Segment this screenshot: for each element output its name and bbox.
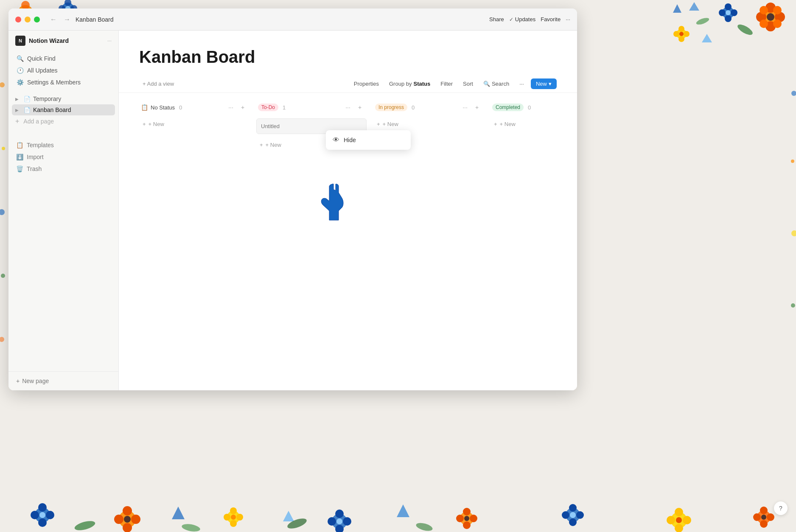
expand-icon-kanban: ▶: [15, 108, 21, 112]
no-status-add-button[interactable]: +: [238, 102, 248, 112]
sidebar-item-kanban-board[interactable]: ▶ 📄 Kanban Board: [12, 104, 115, 115]
in-progress-actions: ··· +: [460, 102, 482, 112]
expand-icon-temporary: ▶: [15, 97, 21, 101]
svg-point-55: [679, 32, 684, 36]
plus-icon-todo: +: [260, 142, 263, 148]
svg-point-69: [38, 518, 47, 527]
sidebar-item-all-updates[interactable]: 🕐 All Updates: [12, 64, 115, 76]
svg-point-63: [791, 91, 796, 96]
svg-point-95: [181, 523, 201, 532]
in-progress-more-button[interactable]: ···: [460, 102, 470, 112]
check-icon: ✓: [509, 17, 513, 22]
svg-point-111: [675, 508, 683, 516]
floral-right: [783, 42, 796, 424]
svg-point-99: [463, 508, 471, 515]
svg-point-37: [773, 6, 782, 14]
forward-button[interactable]: →: [62, 14, 72, 25]
column-header-no-status: 📋 No Status 0 ··· +: [139, 100, 249, 115]
new-page-button[interactable]: + New page: [12, 375, 115, 387]
svg-point-60: [0, 209, 5, 215]
plus-icon-new-page: +: [16, 378, 20, 384]
favorite-button[interactable]: Favorite: [541, 16, 561, 22]
sidebar-item-templates[interactable]: 📋 Templates: [12, 139, 115, 151]
svg-point-117: [760, 507, 768, 514]
sidebar-item-import[interactable]: ⬇️ Import: [12, 151, 115, 163]
plus-icon-completed: +: [494, 121, 497, 127]
sidebar-item-quick-find[interactable]: 🔍 Quick Find: [12, 53, 115, 64]
toolbar-left: + Add a view: [139, 79, 177, 89]
more-options-button[interactable]: ···: [566, 16, 570, 22]
svg-marker-92: [283, 511, 294, 521]
minimize-button[interactable]: [25, 17, 31, 22]
completed-new-button[interactable]: + + New: [490, 118, 577, 130]
import-label: Import: [27, 154, 44, 160]
in-progress-new-button[interactable]: + + New: [373, 118, 484, 130]
sidebar-item-temporary[interactable]: ▶ 📄 Temporary: [12, 93, 115, 104]
app-window: ← → Kanban Board Share ✓ Updates Favorit…: [8, 8, 577, 390]
page-icon-kanban: 📄: [24, 107, 31, 113]
kanban-column-completed: Completed 0 ··· + + + New: [490, 100, 577, 384]
svg-point-54: [684, 31, 689, 37]
filter-button[interactable]: Filter: [437, 79, 456, 89]
more-toolbar-button[interactable]: ···: [516, 79, 527, 89]
svg-point-59: [2, 147, 5, 150]
search-button[interactable]: 🔍 Search: [480, 79, 513, 89]
svg-point-38: [760, 20, 768, 28]
add-page-button[interactable]: + Add a page: [12, 115, 115, 127]
sidebar-item-trash[interactable]: 🗑️ Trash: [12, 163, 115, 175]
svg-point-105: [569, 504, 577, 512]
add-view-button[interactable]: + Add a view: [139, 79, 177, 89]
plus-icon-in-progress: +: [377, 121, 380, 127]
svg-marker-47: [673, 4, 681, 13]
floral-top-right: [652, 0, 796, 51]
new-button[interactable]: New ▾: [531, 78, 557, 89]
all-updates-label: All Updates: [27, 67, 58, 74]
no-status-icon: 📋: [141, 104, 148, 111]
add-page-label: Add a page: [23, 118, 54, 125]
workspace-icon: N: [15, 36, 25, 46]
todo-more-button[interactable]: ···: [343, 102, 353, 112]
context-menu-hide[interactable]: 👁 Hide: [328, 133, 408, 147]
svg-point-81: [230, 520, 237, 527]
workspace-header[interactable]: N Notion Wizard ···: [8, 31, 118, 51]
kanban-board-label: Kanban Board: [33, 106, 71, 113]
group-by-value: Status: [413, 81, 430, 87]
sort-button[interactable]: Sort: [460, 79, 476, 89]
app-body: N Notion Wizard ··· 🔍 Quick Find 🕐 All U…: [8, 31, 577, 390]
column-header-completed: Completed 0 ··· +: [490, 100, 577, 115]
todo-add-button[interactable]: +: [355, 102, 365, 112]
sidebar-item-settings[interactable]: ⚙️ Settings & Members: [12, 76, 115, 88]
group-by-button[interactable]: Group by Status: [386, 79, 434, 89]
settings-label: Settings & Members: [27, 79, 81, 86]
svg-point-56: [736, 22, 754, 37]
no-status-more-button[interactable]: ···: [226, 102, 236, 112]
svg-point-51: [678, 26, 684, 32]
column-header-in-progress: In progress 0 ··· +: [373, 100, 484, 115]
no-status-new-button[interactable]: + + New: [139, 118, 249, 130]
svg-point-90: [336, 518, 342, 524]
help-button[interactable]: ?: [774, 501, 788, 515]
trash-icon: 🗑️: [16, 165, 23, 172]
svg-point-36: [760, 6, 768, 14]
properties-button[interactable]: Properties: [350, 79, 382, 89]
share-button[interactable]: Share: [489, 16, 504, 22]
close-button[interactable]: [15, 17, 21, 22]
svg-point-94: [74, 519, 96, 532]
todo-actions: ··· +: [343, 102, 365, 112]
back-button[interactable]: ←: [48, 14, 59, 25]
eye-slash-icon: 👁: [333, 136, 339, 144]
svg-point-80: [230, 507, 237, 514]
sidebar-footer-nav: 📋 Templates ⬇️ Import 🗑️ Trash: [8, 137, 118, 176]
svg-point-1: [21, 1, 30, 9]
quick-find-label: Quick Find: [27, 55, 56, 62]
svg-point-106: [569, 518, 577, 526]
svg-marker-48: [689, 2, 699, 11]
in-progress-add-button[interactable]: +: [472, 102, 482, 112]
maximize-button[interactable]: [34, 17, 40, 22]
svg-point-121: [761, 515, 766, 520]
svg-point-113: [667, 516, 675, 524]
svg-point-107: [562, 511, 569, 519]
updates-button[interactable]: ✓ Updates: [509, 16, 535, 22]
svg-point-89: [343, 517, 351, 526]
svg-point-62: [0, 337, 4, 342]
